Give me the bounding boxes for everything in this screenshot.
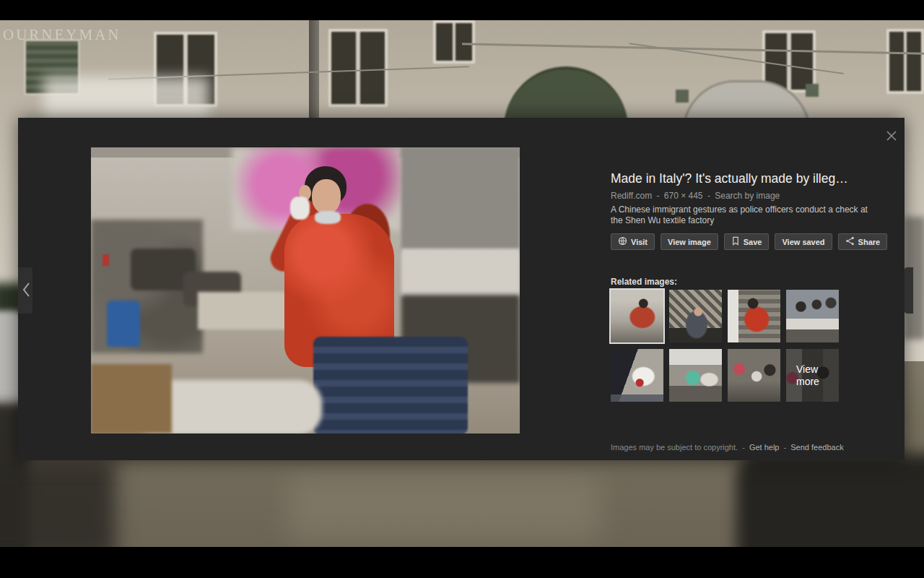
visit-button-label: Visit bbox=[631, 238, 648, 246]
footer-separator: - bbox=[784, 443, 787, 452]
close-icon bbox=[884, 135, 899, 146]
chevron-left-icon bbox=[19, 290, 31, 301]
view-image-button[interactable]: View image bbox=[661, 233, 718, 250]
bookmark-icon bbox=[731, 236, 740, 247]
view-saved-button-label: View saved bbox=[782, 238, 824, 246]
visit-button[interactable]: Visit bbox=[611, 233, 655, 250]
photo-sleeve bbox=[290, 197, 310, 220]
save-button-label: Save bbox=[744, 238, 762, 246]
next-image-arrow[interactable] bbox=[905, 267, 913, 314]
background-shape bbox=[289, 477, 599, 542]
photo-fabric-pile bbox=[313, 337, 468, 434]
copyright-notice: Images may be subject to copyright. bbox=[611, 443, 738, 452]
search-by-image-link[interactable]: Search by image bbox=[715, 191, 780, 201]
footer-separator: - bbox=[742, 443, 745, 452]
image-dimensions: 670 × 445 bbox=[664, 191, 703, 201]
photo-face bbox=[312, 179, 341, 214]
building-window bbox=[328, 29, 388, 107]
main-image[interactable] bbox=[91, 147, 520, 434]
related-thumbnail[interactable] bbox=[669, 290, 722, 342]
action-buttons: Visit View image Save View saved bbox=[611, 233, 887, 250]
related-thumbnail[interactable] bbox=[611, 290, 663, 342]
photo-wall bbox=[401, 147, 520, 252]
arch-bracket bbox=[806, 84, 819, 97]
related-images-grid: View more bbox=[611, 290, 842, 402]
view-more-label: View more bbox=[796, 363, 829, 388]
related-thumbnail[interactable] bbox=[669, 349, 722, 402]
meta-separator: - bbox=[656, 191, 659, 201]
globe-icon bbox=[618, 236, 627, 247]
save-button[interactable]: Save bbox=[724, 233, 770, 250]
related-thumbnail[interactable] bbox=[728, 349, 780, 402]
close-button[interactable] bbox=[881, 126, 902, 147]
image-preview-panel: Made in Italy'? It's actually made by il… bbox=[18, 118, 905, 460]
related-images-label: Related images: bbox=[611, 277, 677, 287]
image-description: A Chinese immigrant gestures as police o… bbox=[611, 204, 868, 226]
meta-separator: - bbox=[707, 191, 710, 201]
photo-wooden-desk bbox=[91, 364, 172, 434]
background-shape bbox=[0, 460, 116, 561]
detail-column: Made in Italy'? It's actually made by il… bbox=[611, 118, 871, 460]
related-thumbnail[interactable] bbox=[728, 290, 780, 342]
thumbnail-caption bbox=[611, 394, 663, 402]
screen: OURNEYMAN bbox=[0, 0, 924, 578]
arch-bracket bbox=[676, 90, 689, 103]
send-feedback-link[interactable]: Send feedback bbox=[790, 443, 843, 452]
view-saved-button[interactable]: View saved bbox=[775, 233, 832, 250]
result-meta: Rediff.com - 670 × 445 - Search by image bbox=[611, 191, 780, 201]
photo-thread-spool bbox=[103, 254, 109, 266]
related-thumbnail[interactable] bbox=[611, 349, 663, 402]
share-button-label: Share bbox=[858, 238, 881, 246]
letterbox-top bbox=[0, 0, 924, 20]
view-image-button-label: View image bbox=[668, 238, 711, 246]
letterbox-bottom bbox=[0, 547, 924, 578]
street-pole bbox=[309, 20, 319, 129]
building-window bbox=[886, 29, 924, 94]
photo-blue-chair bbox=[107, 301, 140, 347]
photo-white-table bbox=[401, 249, 520, 298]
get-help-link[interactable]: Get help bbox=[749, 443, 780, 452]
share-button[interactable]: Share bbox=[838, 233, 888, 250]
related-thumbnail[interactable] bbox=[786, 290, 839, 342]
share-icon bbox=[845, 236, 855, 247]
building-window bbox=[433, 20, 475, 64]
result-title: Made in Italy'? It's actually made by il… bbox=[611, 170, 871, 187]
prev-image-arrow[interactable] bbox=[18, 267, 32, 314]
panel-footer: Images may be subject to copyright. - Ge… bbox=[611, 443, 871, 452]
view-more-thumbnail[interactable]: View more bbox=[786, 349, 839, 402]
background-blur-highlight bbox=[43, 77, 209, 120]
source-site-link[interactable]: Rediff.com bbox=[611, 191, 652, 201]
photo-scarf bbox=[315, 211, 341, 224]
